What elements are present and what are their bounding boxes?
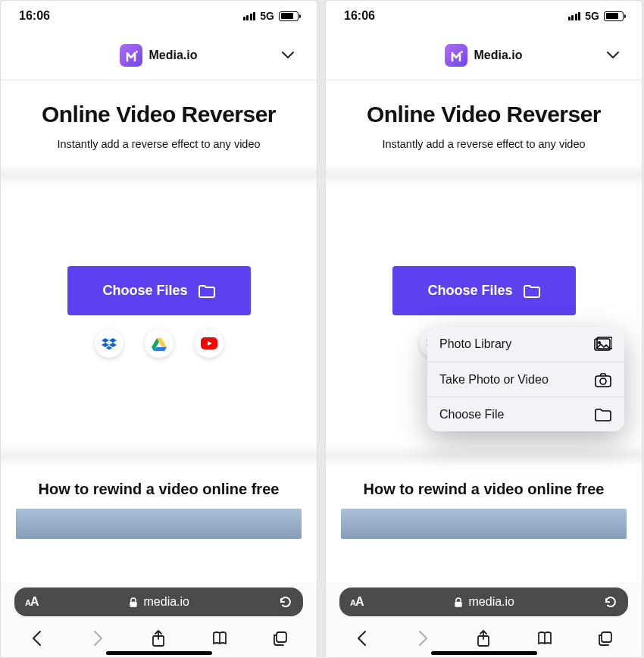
choose-files-button[interactable]: Choose Files xyxy=(67,266,251,315)
folder-icon xyxy=(524,284,540,298)
picker-choose-file[interactable]: Choose File xyxy=(427,396,624,431)
choose-files-label: Choose Files xyxy=(102,283,187,299)
status-right: 5G xyxy=(243,10,299,22)
status-time: 16:06 xyxy=(344,9,375,23)
phone-left: 16:06 5G Media.io Online Video Reverser … xyxy=(0,0,317,658)
photos-icon xyxy=(594,337,612,352)
divider-shadow-2 xyxy=(1,444,317,467)
reload-button[interactable] xyxy=(604,595,617,609)
source-dropbox[interactable] xyxy=(95,329,123,358)
text-size-button[interactable]: AA xyxy=(350,595,364,609)
address-bar-container: AA media.io xyxy=(1,583,317,621)
menu-toggle[interactable] xyxy=(607,52,619,59)
brand-logo-icon xyxy=(445,44,467,67)
signal-icon xyxy=(568,12,581,20)
status-bar: 16:06 5G xyxy=(1,1,317,31)
bookmarks-button[interactable] xyxy=(528,625,561,652)
picker-item-label: Photo Library xyxy=(439,337,511,351)
page-subtitle: Instantly add a reverse effect to any vi… xyxy=(341,138,627,150)
divider-shadow xyxy=(1,164,317,186)
forward-button[interactable] xyxy=(406,625,439,652)
share-button[interactable] xyxy=(142,625,175,652)
howto-heading: How to rewind a video online free xyxy=(341,481,627,498)
site-header: Media.io xyxy=(326,31,642,80)
hero: Online Video Reverser Instantly add a re… xyxy=(326,80,642,164)
status-time: 16:06 xyxy=(19,9,50,23)
site-header: Media.io xyxy=(1,31,317,80)
file-picker-menu: Photo Library Take Photo or Video Choose… xyxy=(427,327,624,431)
picker-take-photo[interactable]: Take Photo or Video xyxy=(427,362,624,396)
bookmarks-button[interactable] xyxy=(203,625,236,652)
brand-name: Media.io xyxy=(148,49,197,62)
brand[interactable]: Media.io xyxy=(120,44,197,67)
folder-icon xyxy=(199,284,215,298)
page-title: Online Video Reverser xyxy=(341,102,627,127)
picker-photo-library[interactable]: Photo Library xyxy=(427,327,624,362)
status-bar: 16:06 5G xyxy=(326,1,642,31)
menu-toggle[interactable] xyxy=(282,52,294,59)
status-right: 5G xyxy=(568,10,624,22)
howto-section: How to rewind a video online free xyxy=(326,467,642,498)
address-bar[interactable]: AA media.io xyxy=(339,588,628,616)
share-button[interactable] xyxy=(467,625,500,652)
url-domain: media.io xyxy=(144,595,189,609)
hero: Online Video Reverser Instantly add a re… xyxy=(1,80,317,164)
tabs-button[interactable] xyxy=(589,625,622,652)
lock-icon xyxy=(453,596,464,609)
network-label: 5G xyxy=(260,10,274,22)
folder-outline-icon xyxy=(594,406,612,423)
youtube-icon xyxy=(200,335,218,352)
page-title: Online Video Reverser xyxy=(16,102,302,127)
text-size-button[interactable]: AA xyxy=(25,595,39,609)
upload-zone: Choose Files xyxy=(1,186,317,444)
page-subtitle: Instantly add a reverse effect to any vi… xyxy=(16,138,302,150)
back-button[interactable] xyxy=(345,625,379,652)
picker-item-label: Take Photo or Video xyxy=(439,373,549,387)
signal-icon xyxy=(243,12,256,20)
brand-logo-icon xyxy=(120,44,142,67)
home-indicator xyxy=(106,651,212,655)
howto-preview-image xyxy=(341,509,627,539)
home-indicator xyxy=(431,651,537,655)
choose-files-button[interactable]: Choose Files xyxy=(392,266,576,315)
address-bar[interactable]: AA media.io xyxy=(14,588,303,616)
url-domain: media.io xyxy=(469,595,514,609)
alt-sources xyxy=(95,329,224,358)
lock-icon xyxy=(128,596,139,609)
howto-heading: How to rewind a video online free xyxy=(16,481,302,498)
picker-item-label: Choose File xyxy=(439,408,504,421)
address-bar-container: AA media.io xyxy=(326,583,642,621)
network-label: 5G xyxy=(585,10,599,22)
back-button[interactable] xyxy=(20,625,54,652)
tabs-button[interactable] xyxy=(264,625,297,652)
divider-shadow xyxy=(326,164,642,186)
brand-name: Media.io xyxy=(474,49,522,62)
battery-icon xyxy=(604,11,624,21)
camera-icon xyxy=(594,371,612,388)
choose-files-label: Choose Files xyxy=(427,283,512,299)
phone-right: 16:06 5G Media.io Online Video Reverser … xyxy=(325,0,642,658)
divider-shadow-2 xyxy=(326,444,642,467)
howto-preview-image xyxy=(16,509,302,539)
google-drive-icon xyxy=(151,336,167,351)
reload-button[interactable] xyxy=(279,595,292,609)
source-google-drive[interactable] xyxy=(145,329,174,358)
forward-button[interactable] xyxy=(81,625,114,652)
source-youtube[interactable] xyxy=(195,329,224,358)
dropbox-icon xyxy=(101,336,117,351)
battery-icon xyxy=(279,11,299,21)
howto-section: How to rewind a video online free xyxy=(1,467,317,498)
brand[interactable]: Media.io xyxy=(445,44,522,67)
